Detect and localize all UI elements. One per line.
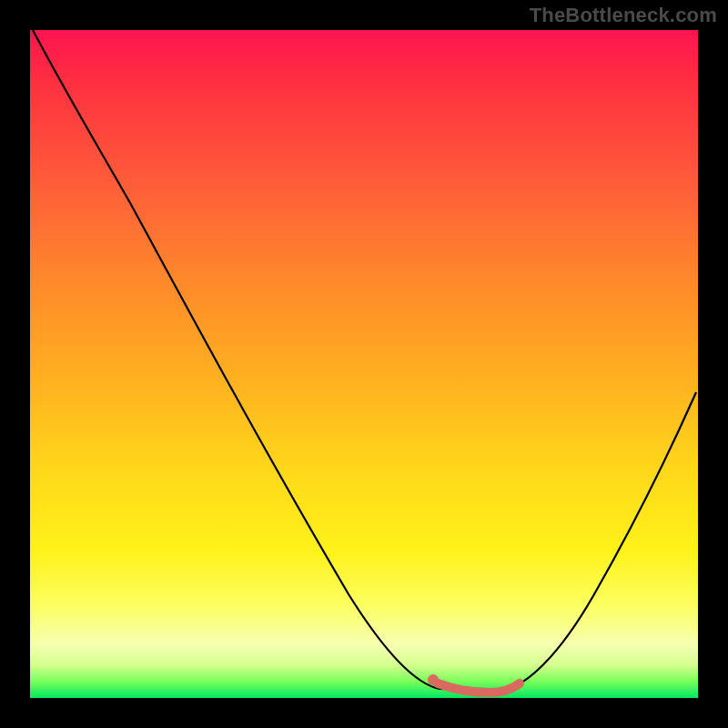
curve-svg [30, 30, 698, 698]
sweet-spot-highlight [438, 683, 520, 693]
bottleneck-curve-path [33, 30, 696, 691]
chart-frame: TheBottleneck.com [0, 0, 728, 728]
watermark-text: TheBottleneck.com [530, 4, 717, 27]
plot-area [30, 30, 698, 698]
sweet-spot-marker [428, 674, 439, 685]
